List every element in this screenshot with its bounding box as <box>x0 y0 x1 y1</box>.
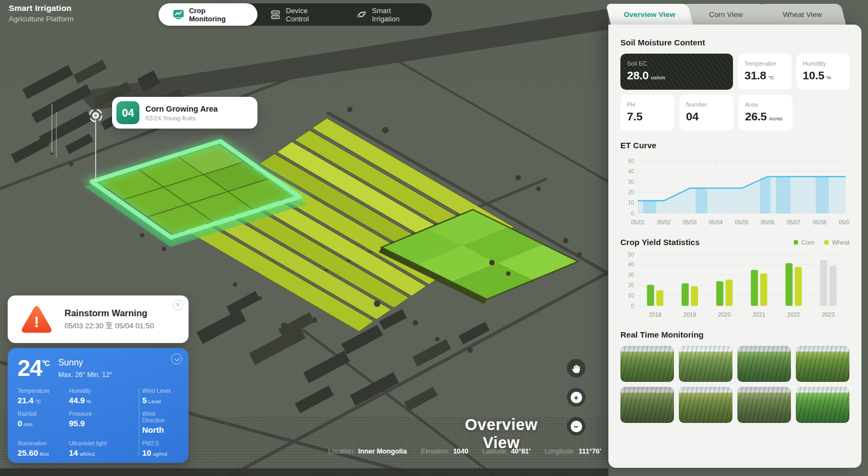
svg-text:2019: 2019 <box>683 311 696 318</box>
soil-card-area: Area26.5Acres <box>738 95 793 131</box>
weather-metric-label: Ultraviolet light <box>69 440 133 446</box>
camera-thumbnails-grid <box>620 346 849 423</box>
yield-section-title: Crop Yield Statistics <box>620 237 700 247</box>
tab-overview-view[interactable]: Overview View <box>606 4 693 25</box>
geo-value: Inner Mongolia <box>358 448 407 455</box>
geo-info-bar: Location:Inner MongoliaElevation:1040Lat… <box>306 448 601 455</box>
svg-text:05/01: 05/01 <box>631 219 644 225</box>
weather-metric-value: 21.4°C <box>17 396 69 405</box>
weather-metric-temperature: Temperature21.4°C <box>17 387 69 405</box>
svg-text:05/03: 05/03 <box>683 219 696 225</box>
svg-text:2020: 2020 <box>718 311 731 318</box>
main-nav: Crop MonitoringDevice ControlSmart Irrig… <box>159 3 432 26</box>
soil-card-label: Temperatire <box>744 60 785 67</box>
et-curve-chart: 0102030405005/0105/0205/0305/0405/0505/0… <box>620 156 849 232</box>
weather-metric-unit: mm <box>24 421 32 427</box>
tab-wheat-view[interactable]: Wheat View <box>759 4 846 25</box>
panel-tabs: Overview ViewCorn ViewWheat View <box>608 4 838 25</box>
weather-metric-value: 14wh/m2 <box>69 448 133 457</box>
map-view-label: Overview View <box>449 416 553 452</box>
tab-label: Corn View <box>709 10 743 19</box>
svg-text:05/05: 05/05 <box>735 219 748 225</box>
camera-feed-thumbnail[interactable] <box>737 387 791 423</box>
svg-text:40: 40 <box>628 262 635 268</box>
soil-card-value: 31.8°C <box>744 69 785 82</box>
soil-card-value: 10.5% <box>803 69 843 82</box>
weather-metrics-grid: Temperature21.4°CHumidity44.9%Wind Level… <box>17 387 179 457</box>
rainstorm-alert: ! Rainstorm Warning 05/03 22:30 至 05/04 … <box>8 295 189 343</box>
soil-card-unit: Acres <box>769 115 783 121</box>
svg-text:40: 40 <box>628 169 635 175</box>
chevron-down-icon[interactable] <box>171 353 182 364</box>
smart-irrigation-dashboard: Smart Irrigation Agriculture Platform Cr… <box>0 0 868 476</box>
weather-metric-unit: °C <box>35 398 41 404</box>
plot-callout-title: Corn Growing Area <box>145 105 218 113</box>
camera-feed-thumbnail[interactable] <box>679 346 732 382</box>
weather-metric-value: 44.9% <box>69 396 133 405</box>
map-bottom-strip <box>0 468 608 476</box>
soil-card-label: Number <box>686 101 727 108</box>
tab-label: Overview View <box>624 10 675 19</box>
nav-item-label: Device Control <box>286 7 332 23</box>
camera-feed-thumbnail[interactable] <box>620 387 674 423</box>
weather-metric-label: Wind Level <box>142 387 179 394</box>
soil-card-value: 28.0us/cm <box>627 69 726 82</box>
app-subtitle: Agriculture Platform <box>9 15 74 23</box>
svg-text:0: 0 <box>631 303 634 309</box>
zoom-out-button[interactable]: − <box>567 417 585 436</box>
panel-body: Soil Moisture Content Soil EC28.0us/cmTe… <box>608 25 861 468</box>
legend-corn: Corn <box>794 239 814 246</box>
soil-card-value: 04 <box>686 110 727 123</box>
weather-metric-unit: % <box>86 398 91 404</box>
svg-text:20: 20 <box>628 189 635 195</box>
camera-feed-thumbnail[interactable] <box>679 387 732 423</box>
close-icon[interactable]: × <box>173 300 183 310</box>
soil-card-label: Humidity <box>803 60 843 67</box>
camera-feed-thumbnail[interactable] <box>737 346 791 382</box>
weather-metric-ultraviolet-light: Ultraviolet light14wh/m2 <box>69 440 133 457</box>
weather-metric-unit: ug/m3 <box>153 451 167 457</box>
weather-metric-label: PM2.5 <box>142 440 179 446</box>
svg-text:05/09: 05/09 <box>838 219 849 225</box>
soil-card-number: Number04 <box>679 95 734 131</box>
svg-text:50: 50 <box>628 158 635 164</box>
camera-feed-thumbnail[interactable] <box>796 387 849 423</box>
plot-callout[interactable]: 04 Corn Growing Area 02/24 Young fruits <box>112 97 257 129</box>
weather-metric-unit: wh/m2 <box>80 451 95 457</box>
camera-feed-thumbnail[interactable] <box>796 346 849 382</box>
weather-range: Max. 26° Min. 12° <box>58 371 112 379</box>
nav-item-label: Crop Monitoring <box>189 7 244 23</box>
pan-hand-button[interactable] <box>567 359 585 378</box>
zoom-in-button[interactable]: + <box>567 388 585 407</box>
weather-metric-label: Illumination <box>17 440 69 446</box>
weather-metric-wind-level: Wind Level5Level <box>133 387 179 405</box>
legend-wheat: Wheat <box>824 239 849 246</box>
geo-value: 111°76′ <box>579 448 601 455</box>
weather-card: 24°C Sunny Max. 26° Min. 12° Temperature… <box>8 348 189 463</box>
yield-bar-chart: 01020304050201820192020202120222023 <box>620 251 849 324</box>
yield-bars-svg: 01020304050201820192020202120222023 <box>620 251 849 322</box>
nav-item-device-control[interactable]: Device Control <box>257 3 344 26</box>
svg-text:2018: 2018 <box>649 311 662 318</box>
soil-card-temperatire: Temperatire31.8°C <box>738 54 791 90</box>
nav-item-smart-irrigation[interactable]: Smart Irrigation <box>344 3 432 26</box>
legend-dot-corn <box>794 240 798 245</box>
orbit-icon <box>356 9 368 20</box>
svg-text:30: 30 <box>628 179 635 185</box>
svg-text:!: ! <box>34 314 39 330</box>
nav-item-crop-monitoring[interactable]: Crop Monitoring <box>159 3 257 26</box>
map-controls: + − <box>567 359 585 436</box>
app-title: Smart Irrigation <box>9 3 74 13</box>
weather-metric-label: Rainfall <box>17 410 69 417</box>
weather-metric-wind-direction: Wind DirectionNorth <box>133 410 179 434</box>
camera-feed-thumbnail[interactable] <box>620 346 674 382</box>
et-curve-svg: 0102030405005/0105/0205/0305/0405/0505/0… <box>620 156 849 230</box>
weather-metric-value: 10ug/m3 <box>142 448 179 457</box>
svg-text:05/06: 05/06 <box>761 219 775 225</box>
tab-corn-view[interactable]: Corn View <box>682 4 770 25</box>
plot-callout-subtitle: 02/24 Young fruits <box>145 115 218 121</box>
soil-card-unit: % <box>826 74 831 80</box>
soil-card-label: Soil EC <box>627 60 726 67</box>
soil-card-ph: PH7.5 <box>620 95 675 131</box>
plot-number-badge: 04 <box>116 101 139 124</box>
